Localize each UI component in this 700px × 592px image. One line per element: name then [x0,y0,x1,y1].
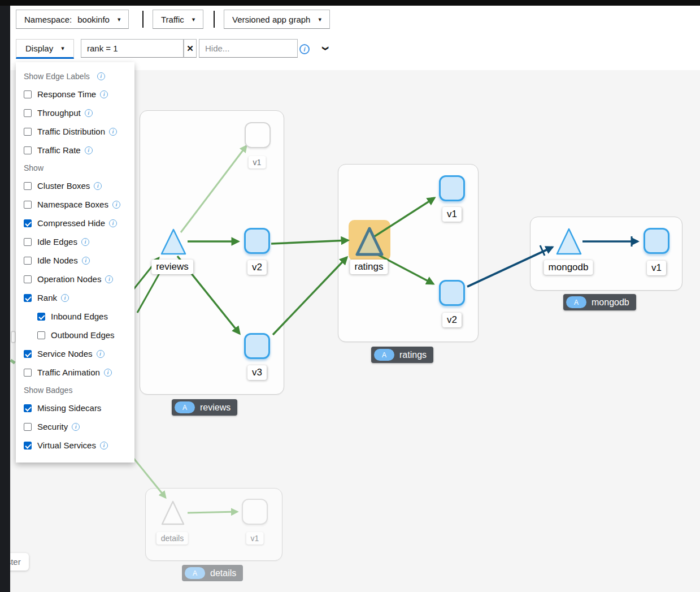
info-icon[interactable]: i [61,294,69,302]
info-icon[interactable]: i [109,219,117,227]
checkbox[interactable] [24,257,32,265]
mongodb-app-badge[interactable]: A mongodb [563,294,636,310]
mongodb-v1-node[interactable] [644,228,669,254]
find-clear-button[interactable]: ✕ [184,39,197,58]
checkbox-checked[interactable] [24,219,32,227]
menu-item-traffic-rate[interactable]: Traffic Rate i [16,141,134,159]
menu-item-service-nodes[interactable]: Service Nodes i [16,344,134,363]
namespace-label: Namespace: [24,15,72,24]
ratings-v1-label: v1 [442,207,462,222]
menu-item-missing-sidecars[interactable]: Missing Sidecars [16,399,134,417]
reviews-v1-label: v1 [249,156,266,168]
info-icon[interactable]: i [81,238,89,246]
info-icon[interactable]: i [94,182,102,190]
checkbox[interactable] [24,238,32,246]
details-v1-node[interactable] [242,499,268,525]
menu-item-traffic-distribution[interactable]: Traffic Distribution i [16,122,134,141]
info-icon[interactable]: i [97,72,105,80]
app-badge-icon: A [374,349,394,361]
ratings-v2-node[interactable] [439,280,465,306]
menu-header-edge-labels: Show Edge Labels i [16,68,134,85]
hidden-edge-fragment [10,359,15,364]
ratings-v1-node[interactable] [439,175,465,201]
checkbox[interactable] [37,331,45,339]
checkbox-checked[interactable] [24,350,32,358]
checkbox-checked[interactable] [24,404,32,412]
info-icon[interactable]: i [104,369,112,377]
info-icon[interactable]: i [85,109,93,117]
checkbox[interactable] [24,423,32,431]
info-icon[interactable]: i [112,201,120,209]
details-v1-label: v1 [246,532,264,545]
left-nav-strip [0,0,10,592]
namespace-select[interactable]: Namespace: bookinfo ▾ [16,10,129,29]
close-icon: ✕ [186,44,194,54]
reviews-v1-node[interactable] [245,122,271,148]
info-icon[interactable]: i [72,423,80,431]
checkbox-checked[interactable] [24,294,32,302]
menu-item-throughput[interactable]: Throughput i [16,103,134,122]
menu-item-cluster-boxes[interactable]: Cluster Boxes i [16,176,134,195]
caret-down-icon: ▾ [118,16,121,23]
info-icon[interactable]: i [97,350,105,358]
checkbox-checked[interactable] [24,442,32,450]
checkbox[interactable] [24,369,32,377]
mongodb-v1-label: v1 [647,261,666,275]
checkbox[interactable] [24,109,32,117]
menu-item-outbound-edges[interactable]: Outbound Edges [16,326,134,344]
reviews-v2-node[interactable] [244,228,270,254]
menu-item-rank[interactable]: Rank i [16,288,134,307]
namespace-value: bookinfo [77,15,110,24]
checkbox[interactable] [24,90,32,98]
graph-type-select[interactable]: Versioned app graph ▾ [224,10,330,29]
menu-item-inbound-edges[interactable]: Inbound Edges [16,307,134,326]
info-icon[interactable]: i [105,275,113,283]
reviews-app-badge[interactable]: A reviews [172,399,237,416]
mongodb-node-label: mongodb [544,260,593,275]
checkbox[interactable] [24,182,32,190]
menu-item-idle-edges[interactable]: Idle Edges i [16,232,134,251]
checkbox[interactable] [24,275,32,283]
traffic-select[interactable]: Traffic ▾ [153,10,203,29]
menu-item-namespace-boxes[interactable]: Namespace Boxes i [16,195,134,214]
menu-item-response-time[interactable]: Response Time i [16,85,134,103]
app-badge-icon: A [175,401,195,413]
toolbar-divider [214,11,215,28]
menu-item-operation-nodes[interactable]: Operation Nodes i [16,270,134,288]
caret-down-icon: ▾ [61,45,64,52]
hidden-node-fragment [11,331,16,343]
info-icon[interactable]: i [109,128,117,136]
caret-down-icon: ▾ [192,16,195,23]
menu-header-badges: Show Badges [16,382,134,399]
rank-highlight [349,220,390,261]
info-icon[interactable]: i [85,146,93,154]
hide-combobox[interactable]: ❯ [199,39,298,58]
menu-item-virtual-services[interactable]: Virtual Services i [16,436,134,455]
reviews-v3-label: v3 [247,365,267,380]
app-badge-icon: A [185,567,205,579]
find-combobox[interactable]: ❯ [81,39,184,58]
caret-down-icon: ▾ [318,16,321,23]
checkbox[interactable] [24,146,32,154]
reviews-v2-label: v2 [247,260,267,275]
menu-item-traffic-animation[interactable]: Traffic Animation i [16,363,134,382]
reviews-v3-node[interactable] [244,333,270,359]
display-dropdown-button[interactable]: Display ▾ [16,39,74,59]
menu-item-compressed-hide[interactable]: Compressed Hide i [16,214,134,232]
top-black-bar [0,0,700,6]
reviews-node-label: reviews [151,260,193,274]
ratings-app-badge[interactable]: A ratings [371,347,433,363]
info-icon[interactable]: i [100,442,108,450]
ratings-node-label: ratings [350,260,388,274]
menu-item-idle-nodes[interactable]: Idle Nodes i [16,251,134,270]
checkbox[interactable] [24,128,32,136]
details-app-badge[interactable]: A details [182,565,243,581]
find-hide-help-info-icon[interactable]: i [299,44,310,54]
display-dropdown-menu: Show Edge Labels i Response Time i Throu… [16,62,134,463]
hide-chevron-down-icon[interactable]: ❯ [323,40,328,57]
info-icon[interactable]: i [82,257,90,265]
info-icon[interactable]: i [100,90,108,98]
menu-item-security[interactable]: Security i [16,417,134,436]
checkbox-checked[interactable] [37,313,45,321]
checkbox[interactable] [24,201,32,209]
